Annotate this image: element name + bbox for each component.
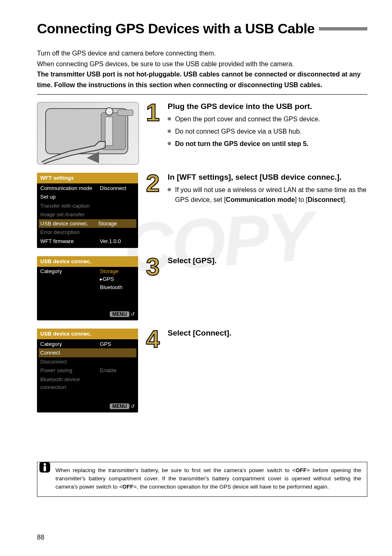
step-1-number: 1	[144, 102, 162, 123]
page-title: Connecting GPS Devices with a USB Cable	[37, 21, 315, 37]
step-1-bullet-1: Open the port cover and connect the GPS …	[168, 114, 367, 124]
osd3-row: Disconnect	[40, 357, 135, 366]
svg-point-7	[44, 463, 46, 466]
title-rule	[319, 27, 367, 30]
osd1-row: USB device connec.Storage	[39, 219, 136, 228]
camera-usb-illustration	[37, 102, 139, 164]
osd1-row: Error description	[40, 228, 135, 237]
note-text-1: When replacing the transmitter's battery…	[55, 467, 295, 473]
intro-line-3: The transmitter USB port is not hot-plug…	[37, 71, 361, 88]
osd2-menu-return: MENU ↺	[37, 309, 138, 319]
osd3-row: Power savingEnable	[40, 366, 135, 375]
svg-rect-8	[44, 466, 46, 471]
osd2-category-label: Category	[40, 267, 100, 292]
svg-rect-4	[118, 110, 133, 116]
note-text-3: >, the connection operation for the GPS …	[134, 484, 329, 490]
step-3: USB device connec. Category Storage▸GPSB…	[37, 256, 367, 320]
osd3-row: Connect	[39, 348, 136, 357]
note-off-1: OFF	[295, 467, 307, 473]
note-off-2: OFF	[122, 484, 134, 490]
step-2: WFT settings Communication modeDisconnec…	[37, 173, 367, 248]
svg-point-3	[106, 108, 113, 115]
step-4: USB device connec. CategoryGPSConnectDis…	[37, 329, 367, 412]
osd3-menu-return: MENU ↺	[37, 401, 138, 411]
osd2-option: Bluetooth	[100, 283, 122, 292]
osd1-row: Transfer with caption	[40, 202, 135, 211]
step-1-bullet-2: Do not connect GPS device via a USB hub.	[168, 127, 367, 137]
step-3-number: 3	[144, 256, 162, 277]
usb-device-connect-menu-screenshot: USB device connec. CategoryGPSConnectDis…	[37, 329, 138, 412]
osd1-row: Image sel./transfer	[40, 210, 135, 219]
osd1-row: Communication modeDisconnect	[40, 184, 135, 193]
step-1-title: Plug the GPS device into the USB port.	[168, 102, 367, 111]
osd3-row: CategoryGPS	[40, 340, 135, 349]
camera-svg	[37, 102, 138, 164]
osd3-header: USB device connec.	[37, 329, 138, 339]
intro-line-1: Turn off the GPS device and camera befor…	[37, 50, 216, 57]
osd1-row: WFT firmwareVer.1.0.0	[40, 237, 135, 246]
step-4-number: 4	[144, 329, 162, 350]
step-4-title: Select [Connect].	[168, 329, 367, 338]
step-2-number: 2	[144, 173, 162, 194]
osd2-header: USB device connec.	[37, 256, 138, 267]
intro-paragraph: Turn off the GPS device and camera befor…	[37, 48, 367, 90]
page-number: 88	[37, 534, 44, 541]
intro-line-2: When connecting GPS devices, be sure to …	[37, 60, 294, 67]
osd2-option: Storage	[100, 267, 122, 276]
usb-device-category-menu-screenshot: USB device connec. Category Storage▸GPSB…	[37, 256, 138, 320]
step-3-title: Select [GPS].	[168, 256, 367, 265]
wft-settings-menu-screenshot: WFT settings Communication modeDisconnec…	[37, 173, 138, 248]
caution-note: When replacing the transmitter's battery…	[37, 462, 367, 497]
osd2-option: ▸GPS	[100, 275, 122, 283]
osd1-row: Set up	[40, 192, 135, 202]
step-2-title: In [WFT settings], select [USB device co…	[168, 173, 367, 182]
osd3-row: Bluetooth device connection	[40, 375, 135, 392]
svg-rect-2	[105, 117, 113, 146]
caution-icon	[39, 461, 51, 473]
step-1: 1 Plug the GPS device into the USB port.…	[37, 102, 367, 164]
step-1-bullet-3: Do not turn the GPS device on until step…	[168, 139, 367, 149]
step-2-bullet-1: If you will not use a wireless or wired …	[168, 185, 367, 205]
intro-divider	[37, 94, 367, 95]
osd1-header: WFT settings	[37, 173, 138, 183]
